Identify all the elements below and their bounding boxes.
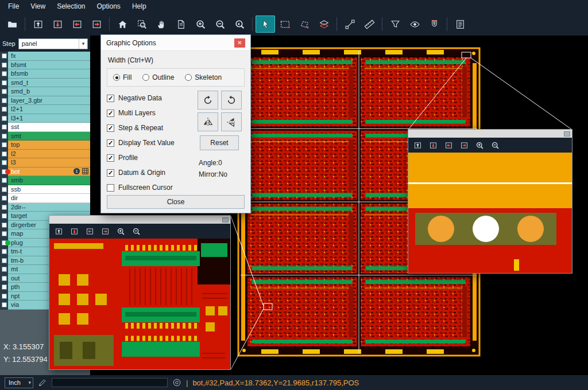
layer-row-bot[interactable]: bot1: [0, 167, 90, 177]
zoom-out-icon[interactable]: [488, 139, 502, 151]
layer-visibility-checkbox[interactable]: [2, 63, 7, 68]
layer-row-smd_t[interactable]: smd_t: [0, 79, 90, 88]
measure-ruler-icon[interactable]: [359, 15, 379, 33]
layer-row-dir[interactable]: dir: [0, 194, 90, 203]
unit-dropdown[interactable]: Inch ▾: [5, 377, 33, 388]
layer-visibility-checkbox[interactable]: [2, 231, 7, 236]
layer-visibility-checkbox[interactable]: [2, 151, 7, 157]
import-top-icon[interactable]: [411, 139, 425, 151]
layer-row-ssb[interactable]: ssb: [0, 185, 90, 194]
view-eye-icon[interactable]: [405, 15, 424, 33]
zoom-in-icon[interactable]: [114, 225, 128, 237]
layer-visibility-checkbox[interactable]: [2, 249, 7, 254]
checkbox-step-repeat[interactable]: ✓Step & Repeat: [107, 120, 194, 135]
layer-visibility-checkbox[interactable]: [2, 213, 7, 219]
measure-points-icon[interactable]: [340, 15, 359, 33]
magnifier-window-bottom-left[interactable]: [49, 215, 231, 370]
radio-skeleton[interactable]: Skeleton: [185, 73, 222, 81]
checkbox-datum-origin[interactable]: ✓Datum & Origin: [107, 165, 194, 180]
close-icon[interactable]: ✕: [234, 38, 245, 48]
layer-row-smd_b[interactable]: smd_b: [0, 87, 90, 96]
checkbox-fullscreen-cursor[interactable]: Fullscreen Cursor: [107, 180, 194, 195]
layer-row-top[interactable]: top: [0, 141, 90, 150]
layer-row-fx[interactable]: fx: [0, 52, 90, 61]
import-left-icon[interactable]: [83, 225, 97, 237]
rotate-cw-button[interactable]: [198, 91, 218, 110]
zoom-in-icon[interactable]: [191, 15, 210, 33]
draw-icon[interactable]: [38, 378, 47, 387]
magnifier-window-right[interactable]: [408, 129, 572, 274]
layer-visibility-checkbox[interactable]: [2, 258, 7, 263]
layer-visibility-checkbox[interactable]: [2, 178, 7, 183]
filter-funnel-icon[interactable]: [385, 15, 405, 33]
checkbox-multi-layers[interactable]: ✓Multi Layers: [107, 106, 194, 120]
layer-visibility-checkbox[interactable]: [2, 302, 7, 307]
dialog-title-bar[interactable]: Graphic Options ✕: [101, 35, 250, 51]
zoom-out-icon[interactable]: [129, 225, 144, 237]
import-left-icon[interactable]: [67, 15, 87, 33]
import-right-icon[interactable]: [98, 225, 113, 237]
layer-row-sst[interactable]: sst: [0, 123, 90, 132]
layer-visibility-checkbox[interactable]: [2, 53, 7, 58]
rotate-ccw-button[interactable]: [221, 91, 242, 110]
mirror-horizontal-button[interactable]: [198, 112, 218, 131]
layer-visibility-checkbox[interactable]: [2, 98, 7, 103]
magnifier-title-bar[interactable]: [49, 216, 230, 224]
command-input[interactable]: [52, 378, 168, 387]
report-list-icon[interactable]: [450, 15, 470, 33]
layer-visibility-checkbox[interactable]: [2, 142, 7, 147]
layer-stack-icon[interactable]: [314, 15, 334, 33]
refresh-icon[interactable]: [172, 378, 181, 387]
snapshot-page-icon[interactable]: [171, 15, 191, 33]
window-control-icon[interactable]: [222, 217, 229, 223]
mirror-vertical-button[interactable]: [221, 112, 242, 131]
import-right-icon[interactable]: [457, 139, 471, 151]
layer-visibility-checkbox[interactable]: [2, 107, 7, 112]
layer-row-smt[interactable]: smt: [0, 132, 90, 141]
import-right-icon[interactable]: [87, 15, 106, 33]
menu-item-view[interactable]: View: [25, 1, 51, 11]
zoom-out-icon[interactable]: [210, 15, 230, 33]
layer-visibility-checkbox[interactable]: [2, 267, 7, 272]
layer-visibility-checkbox[interactable]: [2, 89, 7, 94]
layer-visibility-checkbox[interactable]: [2, 276, 7, 281]
layer-visibility-checkbox[interactable]: [2, 284, 7, 290]
import-top-icon[interactable]: [52, 225, 66, 237]
layer-visibility-checkbox[interactable]: [2, 134, 7, 139]
window-control-icon[interactable]: [564, 131, 570, 136]
import-bottom-icon[interactable]: [426, 139, 440, 151]
layer-visibility-checkbox[interactable]: [2, 160, 7, 165]
layer-visibility-checkbox[interactable]: [2, 294, 7, 299]
step-dropdown[interactable]: panel ▾: [18, 38, 88, 49]
layer-visibility-checkbox[interactable]: [2, 116, 7, 121]
layer-row-layer_3.gbr[interactable]: layer_3.gbr: [0, 96, 90, 106]
zoom-in-icon[interactable]: [473, 139, 487, 151]
close-button[interactable]: Close: [107, 195, 245, 209]
radio-outline[interactable]: Outline: [142, 73, 174, 81]
layer-visibility-checkbox[interactable]: [2, 80, 7, 85]
layer-visibility-checkbox[interactable]: [2, 71, 7, 76]
layer-row-l2[interactable]: l2: [0, 150, 90, 159]
layer-visibility-checkbox[interactable]: [2, 187, 7, 192]
layer-row-2dir--[interactable]: 2dir--: [0, 203, 90, 212]
radio-fill[interactable]: Fill: [113, 73, 131, 81]
zoom-window-icon[interactable]: [132, 15, 152, 33]
import-bottom-icon[interactable]: [48, 15, 67, 33]
import-top-icon[interactable]: [28, 15, 48, 33]
import-bottom-icon[interactable]: [67, 225, 82, 237]
layer-row-bfsmb[interactable]: bfsmb: [0, 69, 90, 79]
menu-item-help[interactable]: Help: [126, 1, 152, 11]
layer-visibility-checkbox[interactable]: [2, 124, 7, 130]
menu-item-file[interactable]: File: [2, 1, 25, 11]
select-cursor-icon[interactable]: [256, 15, 275, 33]
layer-row-l3+1[interactable]: l3+1: [0, 114, 90, 123]
layer-row-l2+1[interactable]: l2+1: [0, 105, 90, 114]
select-polygon-icon[interactable]: [295, 15, 314, 33]
layer-visibility-checkbox[interactable]: [2, 205, 7, 210]
pan-hand-icon[interactable]: [152, 15, 171, 33]
import-left-icon[interactable]: [442, 139, 456, 151]
layer-visibility-checkbox[interactable]: [2, 223, 7, 228]
menu-item-selection[interactable]: Selection: [51, 1, 91, 11]
layer-row-bfsmt[interactable]: bfsmt: [0, 61, 90, 70]
menu-item-options[interactable]: Options: [91, 1, 126, 11]
